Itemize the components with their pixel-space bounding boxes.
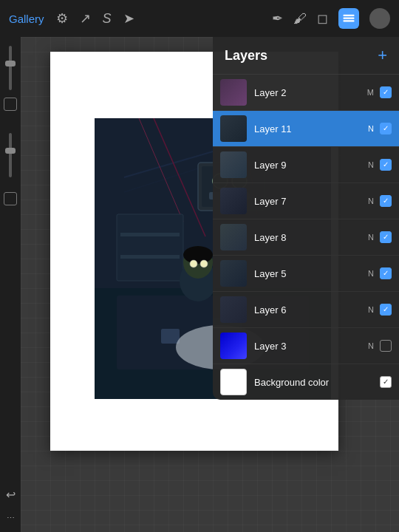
toolbar-right: ✒ 🖌 ◻ — [272, 8, 390, 29]
layer-visibility-layer8[interactable] — [380, 231, 392, 243]
layer-item-layer3[interactable]: Layer 3 N — [213, 328, 399, 364]
svg-rect-17 — [120, 255, 180, 259]
opacity-slider[interactable] — [9, 46, 12, 90]
undo-button[interactable]: ↩ — [6, 488, 16, 502]
s-tool-icon[interactable]: S — [103, 11, 112, 27]
layer-thumbnail-layer5 — [220, 260, 247, 287]
layer-item-layer9[interactable]: Layer 9 N — [213, 147, 399, 183]
layer-mode-layer6: N — [368, 305, 374, 314]
left-sidebar: ↩ ⋯ — [0, 37, 21, 532]
layers-title: Layers — [225, 48, 267, 64]
small-tool-button[interactable] — [4, 192, 17, 205]
layer-visibility-layer6[interactable] — [380, 304, 392, 316]
layer-name-layer9: Layer 9 — [254, 160, 368, 171]
layer-mode-layer8: N — [368, 233, 374, 242]
svg-point-22 — [183, 246, 213, 264]
layer-mode-layer3: N — [368, 341, 374, 350]
more-options-button[interactable]: ⋯ — [7, 514, 15, 523]
layer-mode-layer7: N — [368, 197, 374, 205]
layer-thumbnail-layer3 — [220, 332, 247, 359]
layer-visibility-layer9[interactable] — [380, 159, 392, 171]
layer-item-layer11[interactable]: Layer 11 N — [213, 111, 399, 147]
layer-mode-layer9: N — [368, 160, 374, 169]
layer-item-layer6[interactable]: Layer 6 N — [213, 292, 399, 328]
svg-rect-26 — [161, 329, 180, 344]
background-color-item[interactable]: Background color — [213, 364, 399, 400]
layer-item-layer7[interactable]: Layer 7 N — [213, 183, 399, 219]
layers-panel-toggle[interactable] — [338, 8, 359, 29]
layer-thumbnail-layer8 — [220, 224, 247, 250]
layer-item-layer2[interactable]: Layer 2 M — [213, 75, 399, 111]
layer-visibility-layer5[interactable] — [380, 267, 392, 279]
avatar[interactable] — [369, 8, 390, 29]
svg-rect-0 — [344, 20, 355, 21]
layers-panel: Layers + Layer 2 M Layer 11 N Layer 9 N … — [213, 37, 399, 400]
layer-thumbnail-layer7 — [220, 188, 247, 214]
layer-name-layer8: Layer 8 — [254, 232, 368, 243]
layer-visibility-layer11[interactable] — [380, 123, 392, 134]
toolbar-left: Gallery ⚙ ↗ S ➤ — [9, 10, 134, 27]
brush-size-button[interactable] — [4, 98, 17, 111]
layer-mode-layer11: N — [368, 124, 374, 133]
svg-rect-16 — [120, 233, 180, 236]
svg-rect-2 — [344, 15, 355, 16]
background-color-label: Background color — [254, 377, 380, 388]
toolbar: Gallery ⚙ ↗ S ➤ ✒ 🖌 ◻ — [0, 0, 399, 37]
wrench-icon[interactable]: ⚙ — [56, 10, 68, 27]
layers-header: Layers + — [213, 37, 399, 75]
svg-point-24 — [200, 260, 208, 267]
brush-icon[interactable]: 🖌 — [293, 11, 307, 27]
layer-thumbnail-layer9 — [220, 151, 247, 178]
size-slider[interactable] — [9, 133, 12, 177]
layer-name-layer2: Layer 2 — [254, 87, 367, 98]
size-slider-thumb[interactable] — [5, 148, 16, 154]
eraser-icon[interactable]: ◻ — [317, 10, 328, 27]
arrow-tool-icon[interactable]: ↗ — [80, 10, 91, 27]
svg-rect-1 — [344, 18, 355, 19]
add-layer-button[interactable]: + — [378, 47, 387, 64]
background-color-swatch[interactable] — [220, 369, 247, 395]
pen-icon[interactable]: ✒ — [272, 10, 283, 27]
layer-item-layer5[interactable]: Layer 5 N — [213, 256, 399, 292]
layer-visibility-layer3[interactable] — [380, 340, 392, 352]
svg-rect-15 — [117, 214, 183, 281]
layer-name-layer11: Layer 11 — [254, 123, 368, 134]
send-icon[interactable]: ➤ — [123, 10, 134, 27]
layer-thumbnail-layer2 — [220, 79, 247, 106]
gallery-button[interactable]: Gallery — [9, 13, 44, 25]
layer-mode-layer2: M — [367, 88, 374, 97]
layer-name-layer7: Layer 7 — [254, 196, 368, 207]
opacity-slider-thumb[interactable] — [5, 61, 16, 66]
background-visibility-checkbox[interactable] — [380, 376, 392, 388]
layer-name-layer6: Layer 6 — [254, 304, 368, 316]
layer-name-layer3: Layer 3 — [254, 341, 368, 352]
layer-visibility-layer7[interactable] — [380, 195, 392, 207]
layers-icon — [342, 12, 355, 25]
layer-visibility-layer2[interactable] — [380, 86, 392, 98]
layer-item-layer8[interactable]: Layer 8 N — [213, 219, 399, 256]
layer-name-layer5: Layer 5 — [254, 268, 368, 279]
svg-point-23 — [190, 260, 197, 267]
layer-thumbnail-layer6 — [220, 296, 247, 323]
layer-thumbnail-layer11 — [220, 115, 247, 142]
layer-mode-layer5: N — [368, 269, 374, 278]
